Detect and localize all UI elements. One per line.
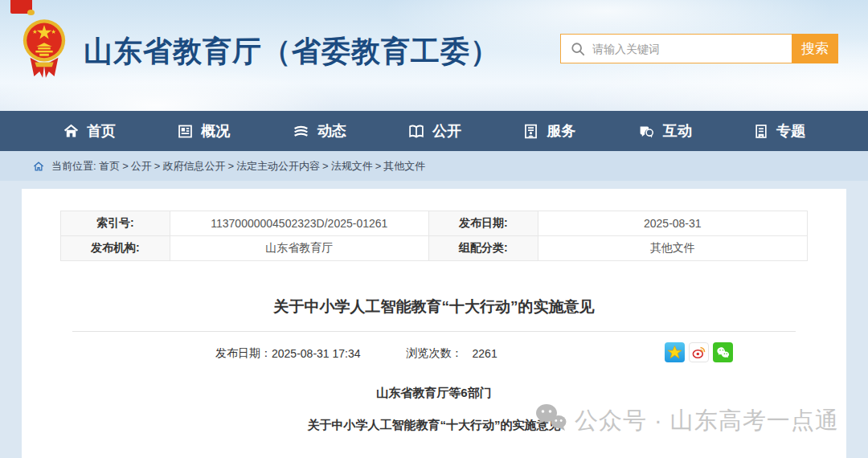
breadcrumb-segment-home[interactable]: 首页 [99,159,120,174]
home-icon [63,123,80,140]
search-button[interactable]: 搜索 [792,34,838,63]
meta-views-value: 2261 [473,347,497,360]
open-book-icon [407,123,425,140]
issuing-agency-label: 发布机构: [61,236,170,261]
breadcrumb-segment-other-docs[interactable]: 其他文件 [383,159,425,174]
breadcrumb-label: 当前位置: [51,159,96,174]
breadcrumb-segment-regulations[interactable]: 法规文件 [331,159,373,174]
meta-publish-date-label: 发布日期： [215,346,272,361]
nav-item-overview[interactable]: 概况 [177,121,230,141]
content-panel: 索引号: 11370000004502323D/2025-01261 发布日期:… [22,189,846,458]
search-input[interactable] [592,43,792,55]
breadcrumb-segment-public[interactable]: 公开 [131,159,152,174]
services-icon [522,123,539,140]
publish-date-value: 2025-08-31 [538,211,807,236]
table-row: 索引号: 11370000004502323D/2025-01261 发布日期:… [61,211,808,236]
publish-date-label: 发布日期: [428,211,538,236]
nav-item-interact[interactable]: 互动 [637,121,692,141]
news-icon [292,123,310,140]
article-body-title: 关于中小学人工智能教育“十大行动”的实施意见 [22,418,846,433]
site-title: 山东省教育厅（省委教育工委） [84,32,500,72]
nav-item-topics[interactable]: 专题 [753,121,805,141]
search-icon [571,42,585,56]
category-label: 组配分类: [428,236,538,261]
qzone-share-icon[interactable] [665,342,685,362]
main-nav: 首页 概况 动态 公开 服务 互动 专题 [0,111,868,151]
breadcrumb-separator: > [227,160,234,172]
article-body-author: 山东省教育厅等6部门 [22,386,846,401]
index-number-label: 索引号: [61,211,170,236]
breadcrumb-separator: > [322,160,329,172]
overview-icon [177,123,194,140]
meta-publish-date-value: 2025-08-31 17:34 [272,347,361,360]
nav-item-home[interactable]: 首页 [63,121,116,141]
title-divider [72,331,796,332]
breadcrumb-separator: > [375,160,382,172]
nav-item-public[interactable]: 公开 [407,121,461,141]
breadcrumb-separator: > [154,160,161,172]
breadcrumb-home-icon [33,161,44,172]
document-info-table: 索引号: 11370000004502323D/2025-01261 发布日期:… [60,211,808,261]
nav-item-news[interactable]: 动态 [292,121,346,141]
issuing-agency-value: 山东省教育厅 [170,236,428,261]
article-title: 关于中小学人工智能教育“十大行动”的实施意见 [22,296,846,317]
breadcrumb-separator: > [122,160,129,172]
breadcrumb-segment-statutory[interactable]: 法定主动公开内容 [236,159,320,174]
site-header: 山东省教育厅（省委教育工委） 搜索 [0,0,868,111]
table-row: 发布机构: 山东省教育厅 组配分类: 其他文件 [61,236,808,261]
page: 山东省教育厅（省委教育工委） 搜索 首页 概况 动态 公开 服务 [0,0,868,458]
share-icons [665,342,733,362]
weibo-share-icon[interactable] [689,342,709,362]
wechat-share-icon[interactable] [713,342,733,362]
article-meta-row: 发布日期： 2025-08-31 17:34 浏览次数： 2261 [22,342,846,364]
corner-flag-decoration [10,0,32,14]
breadcrumb: 当前位置: 首页> 公开> 政府信息公开> 法定主动公开内容> 法规文件> 其他… [0,151,868,181]
nav-item-services[interactable]: 服务 [522,121,575,141]
topics-icon [753,123,769,140]
breadcrumb-segment-gov-info[interactable]: 政府信息公开 [162,159,225,174]
category-value: 其他文件 [538,236,807,261]
meta-views-label: 浏览次数： [407,346,463,361]
national-emblem-icon [19,17,69,81]
index-number-value: 11370000004502323D/2025-01261 [170,211,428,236]
search-box: 搜索 [560,34,838,63]
interact-icon [637,123,656,140]
